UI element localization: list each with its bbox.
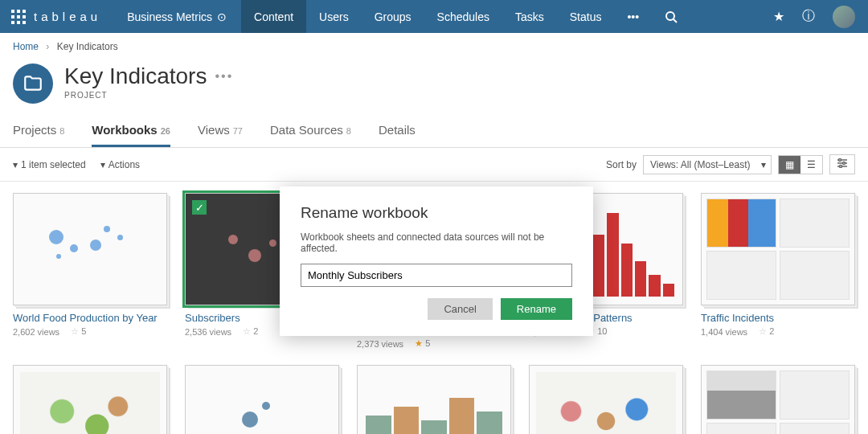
workbook-thumbnail[interactable] (13, 193, 167, 305)
star-icon[interactable]: ★ (415, 338, 423, 348)
workbook-thumbnail[interactable] (701, 365, 855, 434)
tab-datasources[interactable]: Data Sources8 (270, 118, 351, 147)
nav-schedules[interactable]: Schedules (424, 0, 502, 33)
workbook-card[interactable]: World Food Production by Year 2,602 view… (13, 193, 167, 349)
svg-point-5 (839, 159, 841, 162)
star-icon[interactable]: ☆ (71, 326, 79, 336)
search-icon[interactable] (652, 0, 690, 33)
project-folder-icon (13, 63, 53, 104)
site-name: Business Metrics (127, 10, 212, 23)
project-header: Key Indicators ••• PROJECT (0, 60, 868, 118)
workbook-thumbnail[interactable] (185, 365, 339, 434)
crumb-current: Key Indicators (57, 41, 118, 52)
project-actions-icon[interactable]: ••• (215, 69, 233, 84)
svg-line-1 (674, 19, 677, 23)
workbook-title[interactable]: Traffic Incidents (701, 312, 855, 324)
modal-body: Workbook sheets and connected data sourc… (301, 231, 572, 254)
page-title: Key Indicators (64, 63, 207, 89)
workbook-card[interactable]: Traffic Incidents 1,404 views☆ 2 (701, 193, 855, 349)
actions-menu[interactable]: ▾Actions (100, 159, 140, 170)
modal-title: Rename workbook (301, 204, 572, 222)
tab-projects[interactable]: Projects8 (13, 118, 64, 147)
view-count: 2,602 views (13, 327, 59, 337)
tab-workbooks[interactable]: Workbooks26 (92, 118, 170, 147)
workbook-thumbnail[interactable] (529, 365, 683, 434)
view-count: 2,373 views (357, 339, 403, 349)
workbook-thumbnail[interactable] (701, 193, 855, 305)
nav-groups[interactable]: Groups (362, 0, 424, 33)
workbook-thumbnail[interactable] (13, 365, 167, 434)
sort-select[interactable]: Views: All (Most–Least)▾ (643, 155, 772, 174)
workbook-card[interactable] (357, 365, 511, 434)
filter-icon[interactable] (829, 154, 855, 174)
topbar-right: ★ ⓘ (773, 6, 868, 28)
nav-tasks[interactable]: Tasks (502, 0, 557, 33)
workbook-thumbnail[interactable] (357, 365, 511, 434)
rename-input[interactable] (301, 264, 572, 287)
svg-point-0 (666, 12, 674, 20)
logo-mark-icon (11, 10, 26, 24)
cancel-button[interactable]: Cancel (428, 298, 492, 320)
view-count: 2,536 views (185, 327, 231, 337)
rename-modal: Rename workbook Workbook sheets and conn… (280, 186, 593, 336)
star-icon[interactable]: ☆ (243, 326, 251, 336)
primary-nav: Content Users Groups Schedules Tasks Sta… (241, 0, 690, 33)
brand-name: tableau (34, 10, 101, 23)
workbook-card[interactable] (13, 365, 167, 434)
rename-button[interactable]: Rename (501, 298, 572, 320)
nav-status[interactable]: Status (557, 0, 615, 33)
chevron-down-icon: ▾ (13, 159, 18, 170)
nav-users[interactable]: Users (306, 0, 362, 33)
site-picker[interactable]: Business Metrics ⊙ (113, 10, 241, 23)
workbook-card[interactable] (529, 365, 683, 434)
view-count: 1,404 views (701, 327, 747, 337)
content-toolbar: ▾1 item selected ▾Actions Sort by Views:… (0, 148, 868, 182)
tab-views[interactable]: Views77 (198, 118, 243, 147)
workbook-card[interactable] (701, 365, 855, 434)
workbook-title[interactable]: World Food Production by Year (13, 312, 167, 324)
nav-content[interactable]: Content (241, 0, 306, 33)
selection-count[interactable]: ▾1 item selected (13, 159, 86, 170)
content-tabs: Projects8 Workbooks26 Views77 Data Sourc… (0, 118, 868, 148)
chevron-down-icon: ▾ (761, 159, 766, 170)
brand-logo[interactable]: tableau (0, 10, 113, 24)
star-icon[interactable]: ☆ (759, 326, 767, 336)
svg-point-7 (840, 166, 842, 168)
nav-more-icon[interactable]: ••• (614, 0, 652, 33)
svg-point-6 (843, 162, 845, 165)
tab-details[interactable]: Details (379, 118, 416, 147)
sort-by-label: Sort by (606, 159, 637, 170)
top-bar: tableau Business Metrics ⊙ Content Users… (0, 0, 868, 33)
breadcrumb: Home › Key Indicators (0, 33, 868, 60)
crumb-home[interactable]: Home (13, 41, 39, 52)
user-avatar[interactable] (833, 6, 855, 28)
list-view-icon[interactable]: ☰ (800, 156, 822, 174)
grid-view-icon[interactable]: ▦ (779, 156, 800, 174)
info-icon[interactable]: ⓘ (802, 8, 815, 25)
breadcrumb-separator-icon: › (46, 41, 49, 52)
workbook-card[interactable] (185, 365, 339, 434)
view-mode-toggle: ▦ ☰ (778, 155, 823, 174)
favorites-icon[interactable]: ★ (773, 9, 784, 24)
project-type-label: PROJECT (64, 91, 233, 100)
chevron-down-icon: ⊙ (217, 10, 227, 23)
chevron-down-icon: ▾ (100, 159, 105, 170)
